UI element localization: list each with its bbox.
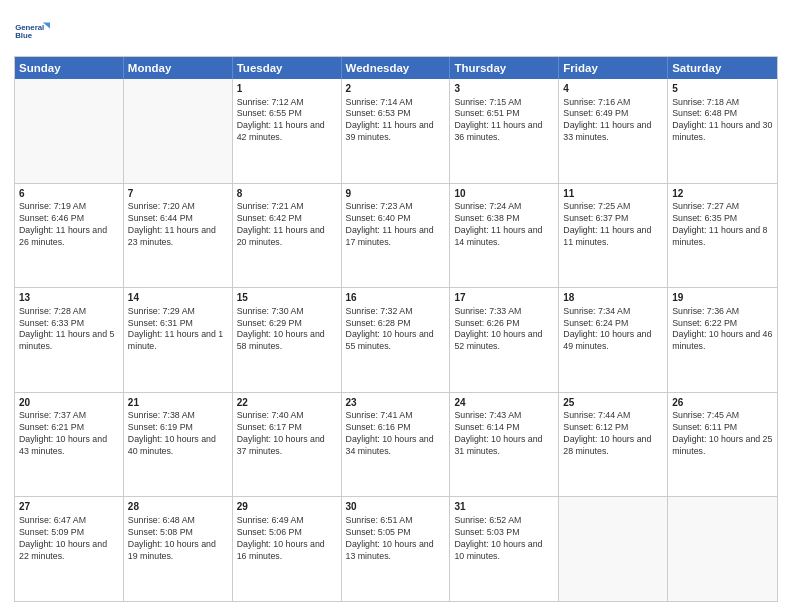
day-cell-16: 16Sunrise: 7:32 AM Sunset: 6:28 PM Dayli… <box>342 288 451 392</box>
cell-sun-info: Sunrise: 7:40 AM Sunset: 6:17 PM Dayligh… <box>237 410 337 458</box>
day-header-wednesday: Wednesday <box>342 57 451 79</box>
logo: General Blue <box>14 14 50 50</box>
day-number: 3 <box>454 82 554 96</box>
cell-sun-info: Sunrise: 7:32 AM Sunset: 6:28 PM Dayligh… <box>346 306 446 354</box>
day-number: 16 <box>346 291 446 305</box>
day-header-thursday: Thursday <box>450 57 559 79</box>
day-cell-28: 28Sunrise: 6:48 AM Sunset: 5:08 PM Dayli… <box>124 497 233 601</box>
calendar-body: 1Sunrise: 7:12 AM Sunset: 6:55 PM Daylig… <box>15 79 777 601</box>
day-number: 2 <box>346 82 446 96</box>
day-number: 1 <box>237 82 337 96</box>
cell-sun-info: Sunrise: 7:41 AM Sunset: 6:16 PM Dayligh… <box>346 410 446 458</box>
day-number: 20 <box>19 396 119 410</box>
day-cell-9: 9Sunrise: 7:23 AM Sunset: 6:40 PM Daylig… <box>342 184 451 288</box>
cell-sun-info: Sunrise: 7:21 AM Sunset: 6:42 PM Dayligh… <box>237 201 337 249</box>
day-cell-23: 23Sunrise: 7:41 AM Sunset: 6:16 PM Dayli… <box>342 393 451 497</box>
day-number: 4 <box>563 82 663 96</box>
empty-cell <box>559 497 668 601</box>
day-number: 13 <box>19 291 119 305</box>
day-number: 24 <box>454 396 554 410</box>
cell-sun-info: Sunrise: 7:24 AM Sunset: 6:38 PM Dayligh… <box>454 201 554 249</box>
day-number: 25 <box>563 396 663 410</box>
day-cell-1: 1Sunrise: 7:12 AM Sunset: 6:55 PM Daylig… <box>233 79 342 183</box>
day-number: 31 <box>454 500 554 514</box>
cell-sun-info: Sunrise: 7:38 AM Sunset: 6:19 PM Dayligh… <box>128 410 228 458</box>
day-cell-24: 24Sunrise: 7:43 AM Sunset: 6:14 PM Dayli… <box>450 393 559 497</box>
day-cell-10: 10Sunrise: 7:24 AM Sunset: 6:38 PM Dayli… <box>450 184 559 288</box>
day-cell-4: 4Sunrise: 7:16 AM Sunset: 6:49 PM Daylig… <box>559 79 668 183</box>
day-number: 18 <box>563 291 663 305</box>
day-cell-15: 15Sunrise: 7:30 AM Sunset: 6:29 PM Dayli… <box>233 288 342 392</box>
day-cell-18: 18Sunrise: 7:34 AM Sunset: 6:24 PM Dayli… <box>559 288 668 392</box>
calendar-week-1: 1Sunrise: 7:12 AM Sunset: 6:55 PM Daylig… <box>15 79 777 184</box>
day-header-sunday: Sunday <box>15 57 124 79</box>
day-number: 21 <box>128 396 228 410</box>
day-cell-12: 12Sunrise: 7:27 AM Sunset: 6:35 PM Dayli… <box>668 184 777 288</box>
empty-cell <box>124 79 233 183</box>
cell-sun-info: Sunrise: 7:43 AM Sunset: 6:14 PM Dayligh… <box>454 410 554 458</box>
day-number: 28 <box>128 500 228 514</box>
day-header-saturday: Saturday <box>668 57 777 79</box>
cell-sun-info: Sunrise: 7:36 AM Sunset: 6:22 PM Dayligh… <box>672 306 773 354</box>
cell-sun-info: Sunrise: 7:27 AM Sunset: 6:35 PM Dayligh… <box>672 201 773 249</box>
calendar-header-row: SundayMondayTuesdayWednesdayThursdayFrid… <box>15 57 777 79</box>
svg-text:General: General <box>15 23 44 32</box>
day-number: 8 <box>237 187 337 201</box>
cell-sun-info: Sunrise: 7:16 AM Sunset: 6:49 PM Dayligh… <box>563 97 663 145</box>
calendar: SundayMondayTuesdayWednesdayThursdayFrid… <box>14 56 778 602</box>
day-cell-8: 8Sunrise: 7:21 AM Sunset: 6:42 PM Daylig… <box>233 184 342 288</box>
day-cell-13: 13Sunrise: 7:28 AM Sunset: 6:33 PM Dayli… <box>15 288 124 392</box>
day-number: 23 <box>346 396 446 410</box>
day-number: 17 <box>454 291 554 305</box>
day-number: 12 <box>672 187 773 201</box>
day-cell-5: 5Sunrise: 7:18 AM Sunset: 6:48 PM Daylig… <box>668 79 777 183</box>
day-cell-21: 21Sunrise: 7:38 AM Sunset: 6:19 PM Dayli… <box>124 393 233 497</box>
cell-sun-info: Sunrise: 6:51 AM Sunset: 5:05 PM Dayligh… <box>346 515 446 563</box>
empty-cell <box>15 79 124 183</box>
day-number: 15 <box>237 291 337 305</box>
day-number: 9 <box>346 187 446 201</box>
day-cell-22: 22Sunrise: 7:40 AM Sunset: 6:17 PM Dayli… <box>233 393 342 497</box>
day-number: 26 <box>672 396 773 410</box>
day-header-monday: Monday <box>124 57 233 79</box>
day-cell-2: 2Sunrise: 7:14 AM Sunset: 6:53 PM Daylig… <box>342 79 451 183</box>
cell-sun-info: Sunrise: 7:34 AM Sunset: 6:24 PM Dayligh… <box>563 306 663 354</box>
day-cell-27: 27Sunrise: 6:47 AM Sunset: 5:09 PM Dayli… <box>15 497 124 601</box>
empty-cell <box>668 497 777 601</box>
day-number: 19 <box>672 291 773 305</box>
logo-svg: General Blue <box>14 14 50 50</box>
cell-sun-info: Sunrise: 7:15 AM Sunset: 6:51 PM Dayligh… <box>454 97 554 145</box>
cell-sun-info: Sunrise: 7:20 AM Sunset: 6:44 PM Dayligh… <box>128 201 228 249</box>
day-cell-31: 31Sunrise: 6:52 AM Sunset: 5:03 PM Dayli… <box>450 497 559 601</box>
day-header-tuesday: Tuesday <box>233 57 342 79</box>
cell-sun-info: Sunrise: 7:45 AM Sunset: 6:11 PM Dayligh… <box>672 410 773 458</box>
cell-sun-info: Sunrise: 6:47 AM Sunset: 5:09 PM Dayligh… <box>19 515 119 563</box>
day-cell-7: 7Sunrise: 7:20 AM Sunset: 6:44 PM Daylig… <box>124 184 233 288</box>
day-number: 6 <box>19 187 119 201</box>
cell-sun-info: Sunrise: 7:25 AM Sunset: 6:37 PM Dayligh… <box>563 201 663 249</box>
cell-sun-info: Sunrise: 7:33 AM Sunset: 6:26 PM Dayligh… <box>454 306 554 354</box>
day-cell-17: 17Sunrise: 7:33 AM Sunset: 6:26 PM Dayli… <box>450 288 559 392</box>
day-number: 7 <box>128 187 228 201</box>
calendar-week-2: 6Sunrise: 7:19 AM Sunset: 6:46 PM Daylig… <box>15 184 777 289</box>
cell-sun-info: Sunrise: 7:14 AM Sunset: 6:53 PM Dayligh… <box>346 97 446 145</box>
cell-sun-info: Sunrise: 6:49 AM Sunset: 5:06 PM Dayligh… <box>237 515 337 563</box>
cell-sun-info: Sunrise: 6:48 AM Sunset: 5:08 PM Dayligh… <box>128 515 228 563</box>
calendar-week-4: 20Sunrise: 7:37 AM Sunset: 6:21 PM Dayli… <box>15 393 777 498</box>
calendar-week-5: 27Sunrise: 6:47 AM Sunset: 5:09 PM Dayli… <box>15 497 777 601</box>
day-number: 27 <box>19 500 119 514</box>
day-number: 30 <box>346 500 446 514</box>
cell-sun-info: Sunrise: 7:30 AM Sunset: 6:29 PM Dayligh… <box>237 306 337 354</box>
page-header: General Blue <box>14 10 778 50</box>
cell-sun-info: Sunrise: 7:29 AM Sunset: 6:31 PM Dayligh… <box>128 306 228 354</box>
calendar-week-3: 13Sunrise: 7:28 AM Sunset: 6:33 PM Dayli… <box>15 288 777 393</box>
day-cell-29: 29Sunrise: 6:49 AM Sunset: 5:06 PM Dayli… <box>233 497 342 601</box>
cell-sun-info: Sunrise: 7:23 AM Sunset: 6:40 PM Dayligh… <box>346 201 446 249</box>
day-cell-30: 30Sunrise: 6:51 AM Sunset: 5:05 PM Dayli… <box>342 497 451 601</box>
cell-sun-info: Sunrise: 7:37 AM Sunset: 6:21 PM Dayligh… <box>19 410 119 458</box>
cell-sun-info: Sunrise: 6:52 AM Sunset: 5:03 PM Dayligh… <box>454 515 554 563</box>
day-cell-6: 6Sunrise: 7:19 AM Sunset: 6:46 PM Daylig… <box>15 184 124 288</box>
day-number: 5 <box>672 82 773 96</box>
day-number: 22 <box>237 396 337 410</box>
cell-sun-info: Sunrise: 7:18 AM Sunset: 6:48 PM Dayligh… <box>672 97 773 145</box>
